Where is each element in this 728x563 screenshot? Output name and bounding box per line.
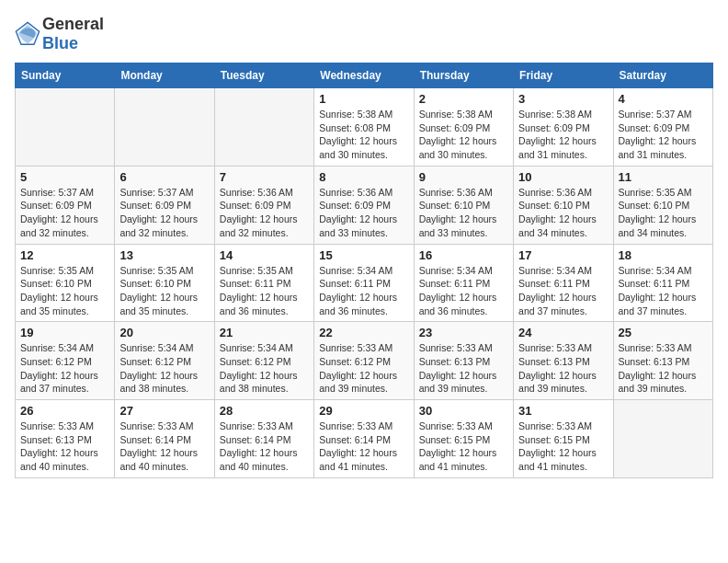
calendar-cell: 3Sunrise: 5:38 AM Sunset: 6:09 PM Daylig…	[514, 88, 613, 167]
calendar-cell: 30Sunrise: 5:33 AM Sunset: 6:15 PM Dayli…	[414, 400, 513, 478]
calendar-cell: 27Sunrise: 5:33 AM Sunset: 6:14 PM Dayli…	[115, 400, 214, 478]
calendar-cell: 21Sunrise: 5:34 AM Sunset: 6:12 PM Dayli…	[214, 322, 313, 400]
day-info: Sunrise: 5:35 AM Sunset: 6:10 PM Dayligh…	[20, 264, 109, 318]
calendar-cell: 17Sunrise: 5:34 AM Sunset: 6:11 PM Dayli…	[514, 244, 613, 322]
day-info: Sunrise: 5:37 AM Sunset: 6:09 PM Dayligh…	[119, 186, 209, 240]
day-number: 20	[119, 326, 209, 339]
day-number: 27	[119, 404, 209, 418]
day-number: 13	[119, 248, 209, 262]
day-info: Sunrise: 5:33 AM Sunset: 6:14 PM Dayligh…	[220, 419, 309, 474]
calendar-cell: 28Sunrise: 5:33 AM Sunset: 6:14 PM Dayli…	[214, 400, 313, 478]
day-info: Sunrise: 5:34 AM Sunset: 6:11 PM Dayligh…	[619, 264, 708, 318]
day-number: 10	[518, 170, 608, 184]
page-header: General Blue	[15, 15, 713, 53]
day-info: Sunrise: 5:34 AM Sunset: 6:11 PM Dayligh…	[319, 264, 408, 318]
calendar-cell: 4Sunrise: 5:37 AM Sunset: 6:09 PM Daylig…	[613, 88, 712, 167]
calendar-cell: 24Sunrise: 5:33 AM Sunset: 6:13 PM Dayli…	[514, 322, 613, 400]
day-number: 2	[419, 92, 508, 106]
calendar-cell: 29Sunrise: 5:33 AM Sunset: 6:14 PM Dayli…	[314, 400, 414, 478]
weekday-header: Sunday	[16, 63, 115, 88]
weekday-header: Wednesday	[314, 63, 414, 88]
day-info: Sunrise: 5:33 AM Sunset: 6:13 PM Dayligh…	[20, 419, 109, 474]
day-number: 17	[518, 248, 608, 262]
logo-general: General	[42, 15, 104, 33]
calendar-cell	[115, 88, 214, 167]
day-number: 12	[20, 248, 109, 262]
calendar-cell: 26Sunrise: 5:33 AM Sunset: 6:13 PM Dayli…	[16, 400, 115, 478]
calendar-cell: 10Sunrise: 5:36 AM Sunset: 6:10 PM Dayli…	[514, 166, 613, 244]
calendar-cell: 23Sunrise: 5:33 AM Sunset: 6:13 PM Dayli…	[414, 322, 513, 400]
calendar-cell: 13Sunrise: 5:35 AM Sunset: 6:10 PM Dayli…	[115, 244, 214, 322]
day-number: 26	[20, 404, 109, 418]
day-number: 1	[319, 92, 408, 106]
calendar-cell: 6Sunrise: 5:37 AM Sunset: 6:09 PM Daylig…	[115, 166, 214, 244]
day-info: Sunrise: 5:33 AM Sunset: 6:14 PM Dayligh…	[319, 419, 408, 474]
calendar: SundayMondayTuesdayWednesdayThursdayFrid…	[15, 63, 713, 478]
calendar-cell: 16Sunrise: 5:34 AM Sunset: 6:11 PM Dayli…	[414, 244, 513, 322]
day-info: Sunrise: 5:38 AM Sunset: 6:09 PM Dayligh…	[518, 108, 608, 162]
weekday-header: Tuesday	[214, 63, 313, 88]
day-info: Sunrise: 5:33 AM Sunset: 6:14 PM Dayligh…	[119, 419, 209, 474]
day-info: Sunrise: 5:33 AM Sunset: 6:13 PM Dayligh…	[518, 341, 608, 396]
day-number: 25	[619, 326, 708, 339]
day-info: Sunrise: 5:37 AM Sunset: 6:09 PM Dayligh…	[619, 108, 708, 162]
day-number: 11	[619, 170, 708, 184]
calendar-cell: 25Sunrise: 5:33 AM Sunset: 6:13 PM Dayli…	[613, 322, 712, 400]
calendar-cell: 14Sunrise: 5:35 AM Sunset: 6:11 PM Dayli…	[214, 244, 313, 322]
calendar-cell: 20Sunrise: 5:34 AM Sunset: 6:12 PM Dayli…	[115, 322, 214, 400]
day-number: 6	[119, 170, 209, 184]
day-number: 7	[220, 170, 309, 184]
logo: General Blue	[15, 15, 104, 53]
calendar-cell: 11Sunrise: 5:35 AM Sunset: 6:10 PM Dayli…	[613, 166, 712, 244]
calendar-cell: 5Sunrise: 5:37 AM Sunset: 6:09 PM Daylig…	[16, 166, 115, 244]
calendar-week-row: 19Sunrise: 5:34 AM Sunset: 6:12 PM Dayli…	[16, 322, 713, 400]
day-number: 28	[220, 404, 309, 418]
day-info: Sunrise: 5:34 AM Sunset: 6:12 PM Dayligh…	[220, 341, 309, 396]
day-info: Sunrise: 5:33 AM Sunset: 6:13 PM Dayligh…	[619, 341, 708, 396]
day-info: Sunrise: 5:36 AM Sunset: 6:09 PM Dayligh…	[220, 186, 309, 240]
calendar-week-row: 26Sunrise: 5:33 AM Sunset: 6:13 PM Dayli…	[16, 400, 713, 478]
weekday-header: Monday	[115, 63, 214, 88]
calendar-cell: 18Sunrise: 5:34 AM Sunset: 6:11 PM Dayli…	[613, 244, 712, 322]
day-number: 5	[20, 170, 109, 184]
calendar-cell	[613, 400, 712, 478]
calendar-cell: 8Sunrise: 5:36 AM Sunset: 6:09 PM Daylig…	[314, 166, 414, 244]
day-number: 18	[619, 248, 708, 262]
calendar-cell: 12Sunrise: 5:35 AM Sunset: 6:10 PM Dayli…	[16, 244, 115, 322]
calendar-cell	[16, 88, 115, 167]
day-info: Sunrise: 5:35 AM Sunset: 6:10 PM Dayligh…	[119, 264, 209, 318]
logo-icon	[15, 21, 40, 47]
weekday-header: Friday	[514, 63, 613, 88]
day-info: Sunrise: 5:38 AM Sunset: 6:08 PM Dayligh…	[319, 108, 408, 162]
day-number: 9	[419, 170, 508, 184]
day-info: Sunrise: 5:33 AM Sunset: 6:13 PM Dayligh…	[419, 341, 508, 396]
day-number: 14	[220, 248, 309, 262]
logo-blue: Blue	[42, 34, 78, 52]
calendar-cell: 31Sunrise: 5:33 AM Sunset: 6:15 PM Dayli…	[514, 400, 613, 478]
day-info: Sunrise: 5:36 AM Sunset: 6:10 PM Dayligh…	[518, 186, 608, 240]
calendar-cell: 9Sunrise: 5:36 AM Sunset: 6:10 PM Daylig…	[414, 166, 513, 244]
calendar-cell	[214, 88, 313, 167]
day-number: 24	[518, 326, 608, 339]
day-info: Sunrise: 5:33 AM Sunset: 6:15 PM Dayligh…	[419, 419, 508, 474]
day-number: 16	[419, 248, 508, 262]
day-info: Sunrise: 5:35 AM Sunset: 6:11 PM Dayligh…	[220, 264, 309, 318]
day-info: Sunrise: 5:34 AM Sunset: 6:11 PM Dayligh…	[518, 264, 608, 318]
day-info: Sunrise: 5:33 AM Sunset: 6:15 PM Dayligh…	[518, 419, 608, 474]
day-number: 19	[20, 326, 109, 339]
day-info: Sunrise: 5:35 AM Sunset: 6:10 PM Dayligh…	[619, 186, 708, 240]
day-info: Sunrise: 5:36 AM Sunset: 6:09 PM Dayligh…	[319, 186, 408, 240]
day-info: Sunrise: 5:37 AM Sunset: 6:09 PM Dayligh…	[20, 186, 109, 240]
calendar-cell: 15Sunrise: 5:34 AM Sunset: 6:11 PM Dayli…	[314, 244, 414, 322]
calendar-cell: 19Sunrise: 5:34 AM Sunset: 6:12 PM Dayli…	[16, 322, 115, 400]
day-info: Sunrise: 5:36 AM Sunset: 6:10 PM Dayligh…	[419, 186, 508, 240]
calendar-week-row: 5Sunrise: 5:37 AM Sunset: 6:09 PM Daylig…	[16, 166, 713, 244]
day-number: 29	[319, 404, 408, 418]
day-number: 8	[319, 170, 408, 184]
day-number: 23	[419, 326, 508, 339]
day-info: Sunrise: 5:34 AM Sunset: 6:12 PM Dayligh…	[20, 341, 109, 396]
calendar-week-row: 1Sunrise: 5:38 AM Sunset: 6:08 PM Daylig…	[16, 88, 713, 167]
weekday-header: Saturday	[613, 63, 712, 88]
day-info: Sunrise: 5:38 AM Sunset: 6:09 PM Dayligh…	[419, 108, 508, 162]
day-number: 21	[220, 326, 309, 339]
